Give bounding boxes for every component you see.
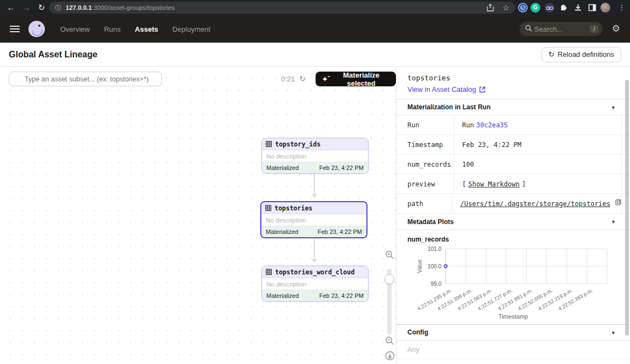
show-markdown-link[interactable]: Show Markdown [468, 180, 520, 188]
refresh-icon[interactable]: ↻ [299, 74, 306, 83]
asset-node-status: Materialized [266, 165, 299, 171]
table-icon [266, 141, 272, 147]
chevron-down-icon[interactable]: ▾ [612, 330, 615, 336]
page-header: Global Asset Lineage ↻ Reload definition… [0, 43, 630, 67]
row-label: Timestamp [396, 135, 454, 154]
bracket: ] [522, 180, 526, 188]
section-type[interactable]: Type ▾ [396, 359, 630, 364]
row-label: preview [396, 174, 454, 193]
asset-node-status: Materialized [266, 228, 298, 235]
puzzle-extensions-icon[interactable] [559, 3, 569, 13]
copy-icon[interactable] [615, 199, 621, 208]
asset-node-timestamp: Feb 23, 4:22 PM [318, 228, 362, 235]
hamburger-menu-icon[interactable] [10, 26, 20, 32]
svg-text:4:22:51.563 p.m.: 4:22:51.563 p.m. [456, 287, 493, 312]
share-icon[interactable] [487, 4, 497, 11]
asset-node-description: No description [262, 150, 368, 162]
config-value: Any [396, 340, 630, 359]
zoom-in-icon[interactable] [385, 250, 394, 262]
selected-asset-name: topstories [407, 74, 619, 82]
section-title: Metadata Plots [407, 218, 454, 226]
asset-subset-input[interactable] [9, 72, 162, 86]
dagster-logo[interactable] [28, 21, 45, 37]
settings-gear-icon[interactable]: ⚙ [612, 22, 620, 36]
chevron-down-icon[interactable]: ▾ [612, 104, 615, 110]
nav-item-assets[interactable]: Assets [135, 25, 159, 33]
table-row-preview: preview [Show Markdown] [396, 174, 630, 194]
svg-text:100.0: 100.0 [428, 263, 441, 269]
section-materialization-last-run[interactable]: Materialization in Last Run ▾ [396, 99, 630, 115]
address-bar[interactable]: ⓘ 127.0.0.1:3000/asset-groups/topstories… [49, 2, 515, 14]
reader-extension-icon[interactable] [545, 3, 555, 13]
zoom-out-icon[interactable] [385, 336, 394, 348]
grammarly-extension-icon[interactable]: G [530, 3, 540, 13]
zoom-slider-handle[interactable] [384, 274, 394, 284]
recenter-view-icon[interactable] [385, 351, 395, 363]
browser-forward-icon[interactable]: → [21, 2, 32, 13]
x-axis-title: Timestamp [396, 313, 630, 320]
svg-text:4:22:51.891 p.m.: 4:22:51.891 p.m. [497, 287, 533, 312]
timer-value: 0:21 [281, 75, 295, 83]
page-title: Global Asset Lineage [9, 50, 97, 60]
reload-definitions-button[interactable]: ↻ Reload definitions [541, 47, 621, 62]
asset-node-name: topstories_word_cloud [275, 268, 354, 276]
asset-node-topstories[interactable]: topstories No description Materialized F… [260, 201, 368, 238]
browser-menu-dots-icon[interactable]: ⋮ [616, 2, 627, 13]
asset-graph-canvas[interactable]: ✳ 0:21 ↻ ✦ˇ Materialize selected topstor… [0, 67, 396, 364]
section-metadata-plots[interactable]: Metadata Plots ▾ [396, 214, 630, 230]
materialize-label: Materialize selected [333, 71, 389, 87]
svg-text:101.0: 101.0 [428, 246, 441, 252]
browser-back-icon[interactable]: ← [5, 2, 16, 13]
panel-scrollbar[interactable] [625, 80, 629, 336]
asset-node-description: No description [262, 278, 368, 290]
section-config[interactable]: Config ▾ [396, 324, 630, 340]
run-prefix: Run [462, 121, 474, 129]
table-icon [265, 205, 271, 211]
download-icon[interactable] [573, 3, 583, 13]
svg-text:99.0: 99.0 [431, 281, 442, 287]
view-in-asset-catalog-link[interactable]: View in Asset Catalog [407, 85, 619, 93]
site-info-icon[interactable]: ⓘ [54, 4, 62, 12]
profile-avatar[interactable] [600, 3, 610, 13]
svg-text:4:22:51.399 p.m.: 4:22:51.399 p.m. [436, 287, 473, 312]
asset-node-timestamp: Feb 23, 4:22 PM [319, 165, 364, 171]
row-value: Feb 23, 4:22 PM [454, 135, 622, 154]
sidepanel-icon[interactable] [587, 3, 597, 13]
nav-item-overview[interactable]: Overview [60, 25, 90, 33]
row-label: Run [396, 115, 454, 134]
edge-topstories-word_cloud [314, 239, 315, 262]
table-row-path: path /Users/tim/.dagster/storage/topstor… [396, 194, 630, 214]
row-label: path [396, 194, 452, 213]
sparkle-icon: ✦ˇ [322, 75, 330, 83]
table-row-num-records: num_records 100 [396, 155, 630, 174]
reload-definitions-label: Reload definitions [558, 50, 614, 58]
nav-links: Overview Runs Assets Deployment [60, 25, 211, 33]
asset-node-topstories_word_cloud[interactable]: topstories_word_cloud No description Mat… [261, 266, 369, 302]
search-shortcut-badge: / [590, 25, 598, 33]
bookmark-star-icon[interactable]: ☆ [501, 3, 511, 12]
reload-icon: ↻ [549, 50, 555, 58]
nav-item-deployment[interactable]: Deployment [172, 25, 210, 33]
svg-text:Value: Value [417, 259, 423, 273]
path-link[interactable]: /Users/tim/.dagster/storage/topstories [460, 200, 610, 208]
row-value: 100 [454, 155, 622, 174]
table-row-run: Run Run 30c2ea35 [396, 115, 630, 135]
asset-node-name: topstories [275, 204, 312, 212]
asset-node-topstory_ids[interactable]: topstory_ids No description Materialized… [261, 138, 369, 174]
browser-reload-icon[interactable]: ↻ [36, 2, 47, 13]
chevron-down-icon[interactable]: ▾ [612, 219, 615, 225]
search-icon [525, 24, 532, 34]
refresh-timer[interactable]: 0:21 ↻ [281, 74, 306, 83]
run-id-link[interactable]: 30c2ea35 [476, 121, 508, 129]
search-placeholder: Search... [534, 25, 590, 33]
history-extension-icon[interactable] [518, 3, 528, 13]
materialize-selected-button[interactable]: ✦ˇ Materialize selected [316, 72, 396, 86]
row-label: num_records [396, 155, 454, 174]
nav-item-runs[interactable]: Runs [104, 25, 120, 33]
global-search[interactable]: Search... / [520, 22, 603, 36]
num-records-chart: 101.0100.099.04:22:51.235 p.m.4:22:51.39… [396, 243, 626, 313]
bracket: [ [462, 180, 466, 188]
plot-title: num_records [396, 236, 630, 243]
section-title: Config [407, 328, 428, 336]
table-row-timestamp: Timestamp Feb 23, 4:22 PM [396, 135, 630, 155]
